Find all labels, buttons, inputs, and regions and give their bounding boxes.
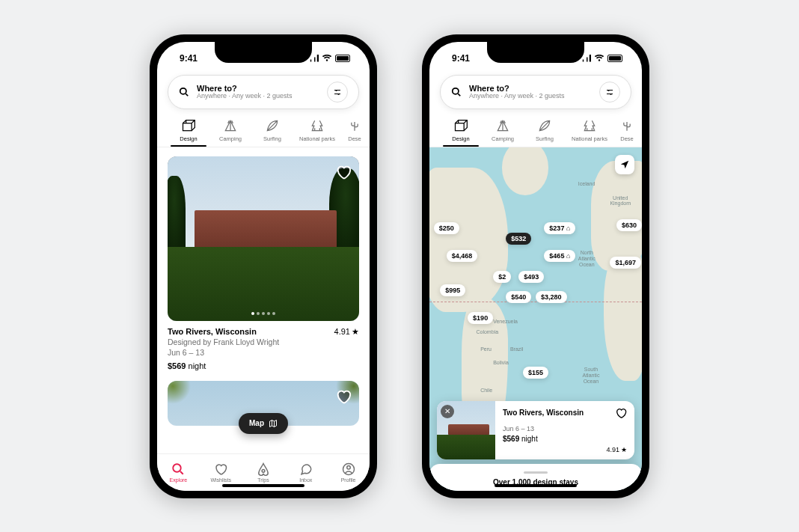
map-icon (269, 419, 278, 428)
chat-icon (299, 462, 313, 476)
parks-icon (582, 118, 597, 133)
map-price-pin[interactable]: $1,697 (610, 257, 641, 269)
surfing-icon (537, 118, 552, 133)
search-icon (171, 462, 185, 476)
filter-button[interactable] (327, 82, 348, 103)
category-camping[interactable]: Camping (209, 117, 251, 147)
wifi-icon (322, 55, 332, 62)
map-geo-label: South Atlantic Ocean (582, 367, 599, 384)
close-card-button[interactable]: ✕ (441, 405, 454, 418)
home-indicator[interactable] (222, 484, 304, 487)
svg-rect-7 (456, 123, 465, 130)
listing-dates: Jun 6 – 13 (168, 347, 359, 358)
map-price-pin[interactable]: $465 ⌂ (544, 250, 575, 262)
map-price-pin[interactable]: $532 (506, 233, 531, 245)
map-geo-label: Iceland (578, 181, 596, 187)
category-national-parks[interactable]: National parks (566, 117, 613, 147)
category-surfing[interactable]: Surfing (251, 117, 293, 147)
wishlist-heart-button[interactable] (335, 388, 352, 405)
status-time: 9:41 (180, 53, 198, 64)
nav-profile[interactable]: Profile (327, 454, 370, 491)
map-price-pin[interactable]: $237 ⌂ (544, 222, 575, 234)
design-icon (181, 118, 196, 133)
map-card-dates: Jun 6 – 13 (503, 425, 627, 432)
category-tabs: Design Camping Surfing National parks De… (429, 117, 642, 147)
listing-description: Designed by Frank Lloyd Wright (168, 337, 359, 348)
map-price-pin[interactable]: $190 (468, 312, 493, 324)
map-price-pin[interactable]: $540 (506, 291, 531, 303)
category-camping[interactable]: Camping (482, 117, 524, 147)
filter-button[interactable] (599, 82, 620, 103)
desert-icon (619, 118, 634, 133)
svg-point-2 (174, 464, 182, 472)
phone-map-view: 9:41 Where to? Anywhere · Any week · 2 g… (422, 34, 649, 498)
camping-icon (223, 118, 238, 133)
category-design[interactable]: Design (168, 117, 209, 147)
airbnb-logo-icon (257, 462, 270, 476)
locate-me-button[interactable] (615, 155, 634, 174)
map-geo-label: United Kingdom (610, 195, 631, 207)
profile-icon (342, 462, 355, 476)
map-price-pin[interactable]: $2 (493, 271, 511, 283)
map-geo-label: Brazil (510, 346, 524, 352)
sheet-handle[interactable] (524, 471, 548, 474)
search-title: Where to? (469, 84, 599, 93)
map-card-rating: 4.91★ (606, 446, 627, 453)
category-desert[interactable]: Dese (341, 117, 368, 147)
wifi-icon (594, 55, 604, 62)
listing-image[interactable] (168, 156, 359, 321)
map-geo-label: Chile (480, 388, 492, 394)
parks-icon (310, 118, 325, 133)
map-price-pin[interactable]: $250 (434, 222, 459, 234)
map-price-pin[interactable]: $995 (440, 284, 465, 296)
wishlist-heart-button[interactable] (335, 164, 352, 180)
surfing-icon (265, 118, 280, 133)
listing-rating: 4.91★ (334, 327, 359, 337)
desert-icon (347, 118, 362, 133)
svg-point-3 (262, 469, 265, 472)
phone-list-view: 9:41 Where to? Anywhere · Any week · 2 g… (150, 34, 377, 498)
map-price-pin[interactable]: $3,280 (536, 291, 567, 303)
image-pagination-dots (251, 312, 275, 315)
camping-icon (495, 118, 510, 133)
category-desert[interactable]: Dese (613, 117, 640, 147)
map-price-pin[interactable]: $4,468 (447, 250, 478, 262)
map-geo-label: Peru (480, 346, 492, 352)
map-geo-label: North Atlantic Ocean (578, 250, 596, 267)
listing-feed[interactable]: Two Rivers, Wisconsin 4.91★ Designed by … (157, 147, 370, 453)
map-toggle-button[interactable]: Map (239, 413, 288, 434)
category-national-parks[interactable]: National parks (293, 117, 341, 147)
listing-card[interactable]: Two Rivers, Wisconsin 4.91★ Designed by … (168, 156, 359, 376)
listing-price: $569 night (168, 361, 359, 370)
map-container[interactable]: North Atlantic OceanSouth Atlantic Ocean… (429, 147, 642, 491)
map-price-pin[interactable]: $155 (523, 367, 548, 379)
map-listing-card[interactable]: ✕ Two Rivers, Wisconsin Jun 6 – 13 $569 … (437, 401, 634, 459)
star-icon: ★ (352, 327, 359, 337)
world-map[interactable]: North Atlantic OceanSouth Atlantic Ocean… (429, 147, 642, 491)
map-geo-label: Venezuela (493, 319, 518, 325)
equator-line (429, 302, 642, 302)
category-design[interactable]: Design (440, 117, 482, 147)
search-title: Where to? (197, 84, 327, 93)
search-bar[interactable]: Where to? Anywhere · Any week · 2 guests (168, 75, 359, 109)
search-subtitle: Anywhere · Any week · 2 guests (197, 93, 327, 100)
design-icon (453, 118, 468, 133)
category-surfing[interactable]: Surfing (524, 117, 566, 147)
map-price-pin[interactable]: $493 (518, 271, 544, 283)
wishlist-heart-button[interactable] (615, 407, 627, 419)
battery-icon (607, 55, 622, 62)
search-icon (179, 87, 189, 97)
home-indicator[interactable] (495, 484, 577, 487)
listing-location: Two Rivers, Wisconsin (168, 327, 257, 337)
category-tabs: Design Camping Surfing National parks De… (157, 117, 370, 147)
notch (215, 42, 312, 63)
status-time: 9:41 (452, 53, 470, 64)
map-price-pin[interactable]: $630 (616, 219, 642, 231)
map-card-location: Two Rivers, Wisconsin (503, 409, 584, 417)
heart-icon (214, 462, 227, 476)
svg-point-5 (346, 465, 350, 469)
svg-rect-1 (183, 123, 192, 130)
nav-explore[interactable]: Explore (157, 454, 200, 491)
search-bar[interactable]: Where to? Anywhere · Any week · 2 guests (440, 75, 631, 109)
svg-point-0 (180, 88, 186, 94)
